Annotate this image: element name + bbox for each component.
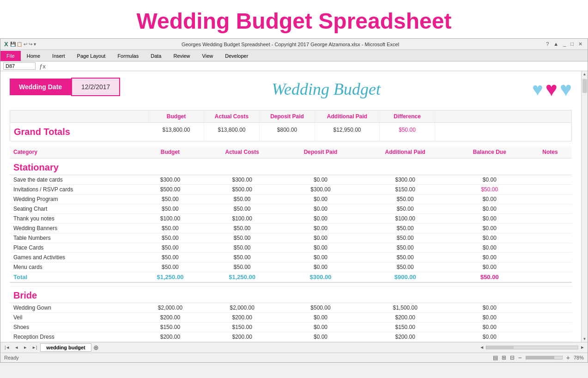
category-stationary-label: Stationary — [10, 159, 572, 175]
gt-header-deposit: Deposit Paid — [260, 110, 315, 122]
formula-bar: ƒx — [0, 61, 588, 71]
title-bar-text: Georges Wedding Budget Spreadsheet - Cop… — [36, 42, 545, 47]
sheet-nav-prev[interactable]: ◄ — [13, 345, 20, 350]
item-actual: $50.00 — [203, 243, 282, 253]
sheet-nav-next[interactable]: ► — [22, 345, 29, 350]
view-layout-icon[interactable]: ⊞ — [502, 354, 506, 361]
ribbon-collapse-btn[interactable]: ▲ — [552, 41, 560, 47]
item-deposit: $0.00 — [281, 312, 359, 322]
gt-header-additional: Additional Paid — [315, 110, 380, 122]
item-deposit: $0.00 — [281, 195, 359, 204]
item-balance: $0.00 — [451, 204, 528, 214]
scroll-down-arrow[interactable]: ▼ — [582, 336, 588, 342]
item-notes — [528, 204, 572, 214]
category-bride-label: Bride — [10, 286, 572, 303]
item-balance: $0.00 — [451, 243, 528, 253]
horizontal-scroll-left[interactable]: ◄ — [479, 345, 484, 350]
sheet-tab-wedding-budget[interactable]: wedding budget — [40, 343, 91, 352]
item-budget: $200.00 — [138, 312, 203, 322]
page-title-area: Wedding Budget Spreadsheet — [0, 0, 588, 38]
heart-icon-1: ♥ — [532, 79, 543, 100]
view-normal-icon[interactable]: ▤ — [493, 354, 498, 361]
horizontal-scroll-right[interactable]: ► — [580, 345, 585, 350]
main-table: Category Budget Actual Costs Deposit Pai… — [10, 146, 572, 342]
total-notes — [528, 272, 572, 283]
item-notes — [528, 322, 572, 332]
item-notes — [528, 332, 572, 341]
zoom-out-btn[interactable]: − — [518, 354, 522, 361]
restore-btn[interactable]: □ — [569, 41, 575, 47]
zoom-in-btn[interactable]: + — [566, 354, 570, 361]
tab-insert[interactable]: Insert — [46, 51, 71, 61]
sheet-nav-first[interactable]: |◄ — [3, 345, 11, 350]
item-deposit: $300.00 — [281, 185, 359, 195]
item-deposit: $500.00 — [281, 303, 359, 312]
item-budget: $50.00 — [138, 262, 203, 272]
item-additional: $50.00 — [360, 253, 451, 262]
item-balance: $0.00 — [451, 332, 528, 341]
item-budget: $50.00 — [138, 195, 203, 204]
item-actual: $50.00 — [203, 224, 282, 233]
item-deposit: $0.00 — [281, 243, 359, 253]
item-actual: $150.00 — [203, 322, 282, 332]
page-main-title: Wedding Budget Spreadsheet — [0, 0, 588, 38]
grand-totals-data-row: Grand Totals $13,800.00 $13,800.00 $800.… — [10, 123, 571, 141]
item-actual: $50.00 — [203, 253, 282, 262]
help-icon[interactable]: ? — [545, 41, 550, 47]
item-balance: $0.00 — [451, 262, 528, 272]
tab-page-layout[interactable]: Page Layout — [71, 51, 112, 61]
item-budget: $500.00 — [138, 185, 203, 195]
tab-data[interactable]: Data — [145, 51, 167, 61]
close-btn[interactable]: ✕ — [577, 41, 584, 47]
table-row: Wedding Gown $2,000.00 $2,000.00 $500.00… — [10, 303, 572, 312]
status-ready: Ready — [4, 355, 19, 360]
scroll-thumb[interactable] — [582, 79, 587, 93]
total-additional: $900.00 — [360, 272, 451, 283]
total-actual: $1,250.00 — [203, 272, 282, 283]
tab-developer[interactable]: Developer — [219, 51, 254, 61]
table-row: Games and Activities $50.00 $50.00 $0.00… — [10, 253, 572, 262]
tab-view[interactable]: View — [196, 51, 219, 61]
table-row: Save the date cards $300.00 $300.00 $0.0… — [10, 175, 572, 185]
item-notes — [528, 214, 572, 224]
tab-home[interactable]: Home — [21, 51, 46, 61]
minimize-btn[interactable]: _ — [562, 41, 567, 47]
status-right: ▤ ⊞ ⊟ − + 78% — [493, 354, 584, 361]
item-notes — [528, 233, 572, 243]
item-deposit: $0.00 — [281, 214, 359, 224]
new-sheet-button[interactable]: ⊕ — [93, 344, 99, 351]
gt-budget-value: $13,800.00 — [149, 123, 204, 141]
title-bar: X 💾 📋 ↩ ↪ ▾ Georges Wedding Budget Sprea… — [0, 39, 588, 50]
item-budget: $50.00 — [138, 233, 203, 243]
vertical-scrollbar[interactable]: ▲ ▼ — [581, 71, 588, 342]
hearts-area: ♥ ♥ ♥ — [532, 78, 572, 101]
table-header-row: Category Budget Actual Costs Deposit Pai… — [10, 146, 572, 159]
item-additional: $1,500.00 — [360, 303, 451, 312]
table-row: Shoes $150.00 $150.00 $0.00 $150.00 $0.0… — [10, 322, 572, 332]
item-name: Invitations / RSVP cards — [10, 185, 138, 195]
item-name: Place Cards — [10, 243, 138, 253]
sheet-nav-last[interactable]: ►| — [30, 345, 38, 350]
item-name: Wedding Banners — [10, 224, 138, 233]
title-bar-left: X 💾 📋 ↩ ↪ ▾ — [4, 41, 36, 48]
item-additional: $50.00 — [360, 243, 451, 253]
item-deposit: $0.00 — [281, 332, 359, 341]
sheet-header: Wedding Date 12/2/2017 Wedding Budget ♥ … — [0, 71, 581, 110]
table-row: Place Cards $50.00 $50.00 $0.00 $50.00 $… — [10, 243, 572, 253]
view-page-break-icon[interactable]: ⊟ — [510, 354, 515, 361]
table-row: Wedding Banners $50.00 $50.00 $0.00 $50.… — [10, 224, 572, 233]
item-notes — [528, 185, 572, 195]
scroll-up-arrow[interactable]: ▲ — [582, 71, 588, 77]
item-notes — [528, 312, 572, 322]
tab-review[interactable]: Review — [167, 51, 196, 61]
col-budget: Budget — [138, 146, 203, 159]
tab-file[interactable]: File — [0, 51, 21, 61]
tab-formulas[interactable]: Formulas — [111, 51, 145, 61]
name-box[interactable] — [3, 62, 36, 70]
title-bar-controls: ? ▲ _ □ ✕ — [545, 41, 584, 47]
item-deposit: $0.00 — [281, 204, 359, 214]
item-additional: $150.00 — [360, 322, 451, 332]
table-row: Wedding Program $50.00 $50.00 $0.00 $50.… — [10, 195, 572, 204]
item-deposit: $0.00 — [281, 322, 359, 332]
total-deposit: $300.00 — [281, 272, 359, 283]
